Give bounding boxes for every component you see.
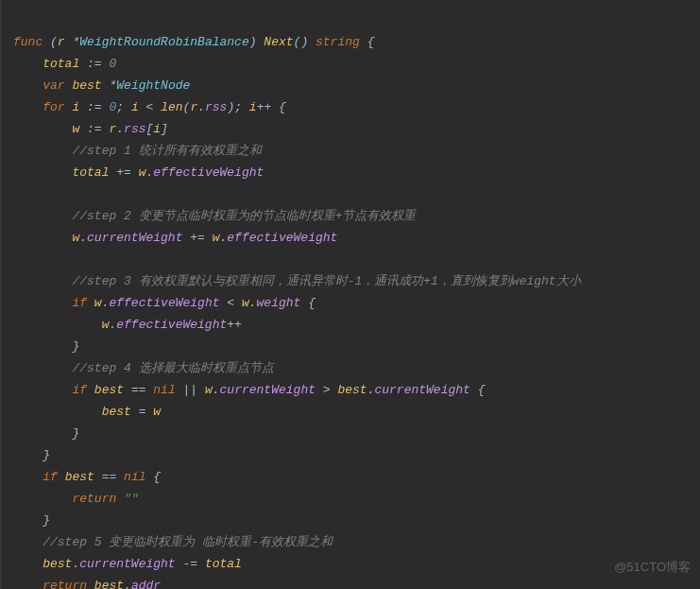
line-3: var best *WeightNode — [13, 78, 190, 93]
line-13: if w.effectiveWeight < w.weight { — [13, 296, 316, 310]
line-21: if best == nil { — [13, 470, 161, 484]
gutter — [0, 0, 2, 589]
line-25: best.currentWeight -= total — [13, 557, 242, 571]
line-14: w.effectiveWeight++ — [13, 318, 242, 332]
line-16: //step 4 选择最大临时权重点节点 — [13, 361, 274, 375]
line-12: //step 3 有效权重默认与权重相同，通讯异常时-1，通讯成功+1，直到恢复… — [13, 274, 581, 288]
line-18: best = w — [13, 405, 161, 419]
code-block: func (r *WeightRoundRobinBalance) Next()… — [0, 0, 700, 589]
line-2: total := 0 — [13, 57, 116, 71]
line-10: w.currentWeight += w.effectiveWeight — [13, 231, 337, 245]
line-4: for i := 0; i < len(r.rss); i++ { — [13, 100, 286, 114]
watermark: @51CTO博客 — [614, 556, 691, 578]
line-26: return best.addr — [13, 579, 161, 589]
line-6: //step 1 统计所有有效权重之和 — [13, 144, 262, 158]
line-19: } — [13, 426, 79, 441]
line-20: } — [13, 448, 50, 462]
line-22: return "" — [13, 492, 139, 506]
line-9: //step 2 变更节点临时权重为的节点临时权重+节点有效权重 — [13, 209, 416, 223]
line-1: func (r *WeightRoundRobinBalance) Next()… — [13, 35, 374, 49]
line-17: if best == nil || w.currentWeight > best… — [13, 383, 486, 397]
line-15: } — [13, 339, 79, 354]
line-7: total += w.effectiveWeight — [13, 165, 264, 180]
line-24: //step 5 变更临时权重为 临时权重-有效权重之和 — [13, 535, 333, 549]
line-5: w := r.rss[i] — [13, 122, 168, 136]
line-23: } — [13, 513, 50, 528]
